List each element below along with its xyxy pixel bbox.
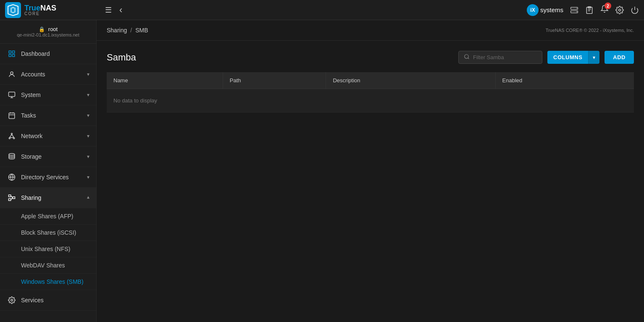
breadcrumb-parent[interactable]: Sharing [107,27,127,34]
directory-services-chevron-icon: ▾ [87,174,89,180]
search-box [458,51,542,64]
ix-systems-logo: iX systems [527,4,563,16]
sidebar-item-network[interactable]: Network ▾ [0,126,96,147]
svg-rect-22 [9,113,15,119]
logo-truenas: TrueNAS [24,4,56,12]
sidebar-sub-item-afp[interactable]: Apple Shares (AFP) [0,208,96,225]
breadcrumb-separator: / [130,27,132,34]
ix-systems-label: systems [540,6,563,13]
sidebar-item-label-accounts: Accounts [21,71,87,78]
user-section: 🔒 root qe-mini2-01.dc1.ixsystems.net [0,20,96,44]
main-layout: 🔒 root qe-mini2-01.dc1.ixsystems.net Das… [0,20,644,322]
network-icon [7,131,17,141]
sharing-chevron-icon: ▾ [87,195,89,201]
table-col-enabled: Enabled [495,72,634,89]
sidebar-item-dashboard[interactable]: Dashboard [0,44,96,64]
svg-point-40 [11,299,13,301]
svg-point-7 [576,11,577,12]
svg-rect-36 [9,199,11,201]
svg-line-29 [10,134,12,138]
svg-point-6 [576,8,577,9]
sidebar-item-storage[interactable]: Storage ▾ [0,147,96,167]
svg-rect-14 [9,51,11,53]
sidebar-item-label-storage: Storage [21,153,87,160]
svg-line-30 [12,134,14,138]
username: root [48,26,58,32]
svg-point-18 [11,72,13,74]
logo-area: TrueNAS CORE [5,2,102,18]
network-chevron-icon: ▾ [87,133,89,139]
table-header: Name Path Description Enabled [107,72,634,89]
storage-icon [7,152,17,162]
sidebar-item-label-tasks: Tasks [21,112,87,119]
nas-icon-button[interactable] [570,6,578,14]
sidebar-item-sharing[interactable]: Sharing ▾ [0,188,96,208]
dashboard-icon [7,49,17,59]
tasks-chevron-icon: ▾ [87,113,89,118]
columns-button-group: COLUMNS ▾ [547,51,599,64]
sidebar-item-label-system: System [21,92,87,98]
table-body: No data to display [107,89,634,113]
settings-icon-button[interactable] [615,6,624,14]
back-button[interactable]: ‹ [119,5,122,16]
tasks-icon [7,110,17,120]
copyright-text: TrueNAS CORE® © 2022 - iXsystems, Inc. [546,28,634,33]
page-content: Samba COLUMNS ▾ ADD [97,41,644,322]
page-title: Samba [107,52,458,63]
logo-text: TrueNAS CORE [24,4,56,16]
sidebar-sub-item-webdav[interactable]: WebDAV Shares [0,257,96,274]
menu-button[interactable]: ☰ [105,5,112,15]
page-header: Samba COLUMNS ▾ ADD [107,51,634,64]
svg-point-12 [619,9,621,11]
sidebar-item-accounts[interactable]: Accounts ▾ [0,64,96,85]
svg-rect-16 [9,55,11,57]
sidebar-sub-item-label-smb: Windows Shares (SMB) [21,278,84,285]
table-col-description: Description [326,72,495,89]
sidebar-item-label-dashboard: Dashboard [21,50,89,57]
add-button[interactable]: ADD [605,51,634,64]
accounts-chevron-icon: ▾ [87,71,89,77]
truenas-logo-icon [5,2,21,18]
svg-rect-19 [9,92,15,97]
notification-bell[interactable]: 2 [600,5,609,15]
columns-button[interactable]: COLUMNS [547,51,588,64]
sidebar-item-label-sharing: Sharing [21,194,87,201]
svg-rect-17 [13,55,15,57]
sidebar-sub-item-label-iscsi: Block Shares (iSCSI) [21,229,76,236]
clipboard-icon-button[interactable] [585,6,594,14]
search-icon [464,54,470,61]
topbar: TrueNAS CORE ☰ ‹ iX systems 2 [0,0,644,20]
breadcrumb-bar: Sharing / SMB TrueNAS CORE® © 2022 - iXs… [97,20,644,41]
sidebar-sub-item-label-afp: Apple Shares (AFP) [21,213,74,220]
sidebar-sub-item-nfs[interactable]: Unix Shares (NFS) [0,241,96,257]
ix-logo-circle: iX [527,4,539,16]
sidebar-item-services[interactable]: Services [0,290,96,311]
sharing-icon [7,193,17,203]
search-input[interactable] [473,54,537,60]
table-col-path: Path [223,72,326,89]
logo-core: CORE [24,12,56,16]
svg-rect-35 [9,195,11,197]
no-data-row: No data to display [107,89,634,113]
sidebar-item-label-network: Network [21,133,87,139]
svg-point-41 [465,55,468,58]
sidebar-item-directory-services[interactable]: Directory Services ▾ [0,167,96,188]
svg-line-42 [468,58,469,59]
no-data-text: No data to display [107,89,634,113]
system-icon [7,90,17,100]
sidebar-sub-item-iscsi[interactable]: Block Shares (iSCSI) [0,225,96,241]
system-chevron-icon: ▾ [87,92,89,98]
services-icon [7,295,17,305]
lock-icon: 🔒 [39,26,45,32]
power-icon-button[interactable] [631,6,639,14]
columns-chevron-button[interactable]: ▾ [588,51,599,64]
sidebar-item-tasks[interactable]: Tasks ▾ [0,105,96,126]
content-area: Sharing / SMB TrueNAS CORE® © 2022 - iXs… [97,20,644,322]
sidebar: 🔒 root qe-mini2-01.dc1.ixsystems.net Das… [0,20,97,322]
accounts-icon [7,69,17,79]
sidebar-sub-item-smb[interactable]: Windows Shares (SMB) [0,274,96,290]
table-col-name: Name [107,72,223,89]
svg-point-26 [11,133,13,134]
notification-badge: 2 [605,3,611,9]
sidebar-item-system[interactable]: System ▾ [0,85,96,105]
